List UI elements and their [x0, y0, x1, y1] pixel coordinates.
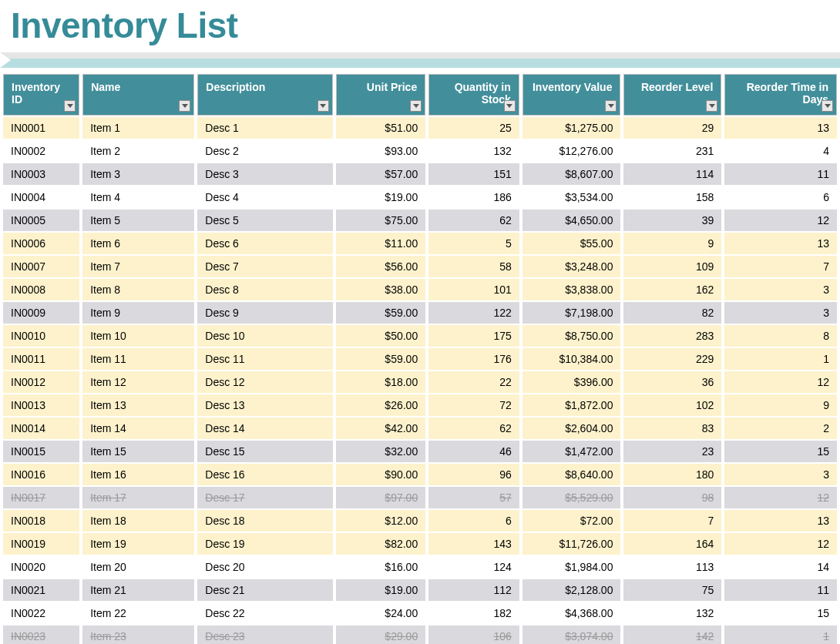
cell-name[interactable]: Item 3	[82, 163, 194, 185]
cell-inv_value[interactable]: $5,529.00	[522, 487, 621, 508]
cell-qty[interactable]: 122	[428, 302, 519, 324]
cell-unit_price[interactable]: $50.00	[336, 325, 426, 347]
cell-desc[interactable]: Desc 23	[197, 626, 332, 644]
cell-unit_price[interactable]: $59.00	[336, 348, 426, 370]
cell-inv_value[interactable]: $4,650.00	[522, 210, 621, 231]
filter-dropdown-icon[interactable]	[706, 100, 717, 112]
cell-reorder_days[interactable]: 8	[724, 325, 837, 347]
cell-id[interactable]: IN0022	[3, 602, 79, 624]
cell-inv_value[interactable]: $3,838.00	[522, 279, 621, 300]
cell-id[interactable]: IN0012	[3, 371, 79, 393]
cell-id[interactable]: IN0015	[3, 441, 79, 462]
cell-name[interactable]: Item 9	[82, 302, 194, 324]
cell-qty[interactable]: 62	[428, 210, 519, 231]
table-row[interactable]: IN0021Item 21Desc 21$19.00112$2,128.0075…	[3, 579, 837, 601]
cell-id[interactable]: IN0018	[3, 510, 79, 532]
cell-unit_price[interactable]: $26.00	[336, 394, 426, 416]
cell-reorder_level[interactable]: 158	[623, 186, 721, 208]
cell-qty[interactable]: 182	[428, 602, 519, 624]
cell-name[interactable]: Item 18	[82, 510, 194, 532]
cell-desc[interactable]: Desc 20	[197, 556, 332, 578]
cell-reorder_days[interactable]: 1	[724, 348, 837, 370]
cell-desc[interactable]: Desc 9	[197, 302, 332, 324]
cell-id[interactable]: IN0013	[3, 394, 79, 416]
table-row[interactable]: IN0023Item 23Desc 23$29.00106$3,074.0014…	[3, 626, 837, 644]
cell-id[interactable]: IN0007	[3, 256, 79, 277]
cell-inv_value[interactable]: $8,607.00	[522, 163, 621, 185]
filter-dropdown-icon[interactable]	[410, 100, 422, 112]
table-row[interactable]: IN0022Item 22Desc 22$24.00182$4,368.0013…	[3, 602, 837, 624]
cell-reorder_days[interactable]: 3	[724, 279, 837, 300]
cell-desc[interactable]: Desc 4	[197, 186, 332, 208]
cell-inv_value[interactable]: $1,984.00	[522, 556, 621, 578]
cell-name[interactable]: Item 4	[82, 186, 194, 208]
cell-inv_value[interactable]: $10,384.00	[522, 348, 621, 370]
table-row[interactable]: IN0002Item 2Desc 2$93.00132$12,276.00231…	[3, 140, 837, 162]
cell-inv_value[interactable]: $1,472.00	[522, 441, 621, 462]
cell-reorder_level[interactable]: 98	[623, 487, 721, 508]
cell-reorder_days[interactable]: 1	[724, 626, 837, 644]
cell-name[interactable]: Item 10	[82, 325, 194, 347]
cell-name[interactable]: Item 14	[82, 418, 194, 439]
cell-inv_value[interactable]: $72.00	[522, 510, 621, 532]
cell-id[interactable]: IN0005	[3, 210, 79, 231]
cell-reorder_level[interactable]: 83	[623, 418, 721, 439]
cell-reorder_level[interactable]: 29	[623, 117, 721, 139]
cell-id[interactable]: IN0002	[3, 140, 79, 162]
cell-inv_value[interactable]: $11,726.00	[522, 533, 621, 555]
cell-name[interactable]: Item 16	[82, 464, 194, 485]
cell-reorder_days[interactable]: 3	[724, 464, 837, 485]
cell-reorder_level[interactable]: 39	[623, 210, 721, 231]
cell-reorder_level[interactable]: 283	[623, 325, 721, 347]
column-header[interactable]: Inventory Value	[522, 74, 621, 116]
cell-qty[interactable]: 72	[428, 394, 519, 416]
cell-reorder_days[interactable]: 12	[724, 371, 837, 393]
cell-desc[interactable]: Desc 15	[197, 441, 332, 462]
cell-reorder_level[interactable]: 113	[623, 556, 721, 578]
column-header[interactable]: Unit Price	[336, 74, 426, 116]
cell-unit_price[interactable]: $56.00	[336, 256, 426, 277]
cell-unit_price[interactable]: $19.00	[336, 579, 426, 601]
cell-name[interactable]: Item 1	[82, 117, 194, 139]
cell-name[interactable]: Item 13	[82, 394, 194, 416]
cell-reorder_days[interactable]: 15	[724, 441, 837, 462]
cell-id[interactable]: IN0003	[3, 163, 79, 185]
cell-unit_price[interactable]: $18.00	[336, 371, 426, 393]
cell-qty[interactable]: 58	[428, 256, 519, 277]
cell-desc[interactable]: Desc 22	[197, 602, 332, 624]
cell-id[interactable]: IN0019	[3, 533, 79, 555]
cell-name[interactable]: Item 8	[82, 279, 194, 300]
table-row[interactable]: IN0007Item 7Desc 7$56.0058$3,248.001097	[3, 256, 837, 277]
cell-unit_price[interactable]: $12.00	[336, 510, 426, 532]
cell-id[interactable]: IN0011	[3, 348, 79, 370]
cell-reorder_level[interactable]: 231	[623, 140, 721, 162]
table-row[interactable]: IN0011Item 11Desc 11$59.00176$10,384.002…	[3, 348, 837, 370]
cell-qty[interactable]: 132	[428, 140, 519, 162]
cell-qty[interactable]: 186	[428, 186, 519, 208]
cell-desc[interactable]: Desc 5	[197, 210, 332, 231]
cell-reorder_level[interactable]: 36	[623, 371, 721, 393]
cell-unit_price[interactable]: $59.00	[336, 302, 426, 324]
cell-qty[interactable]: 46	[428, 441, 519, 462]
cell-name[interactable]: Item 21	[82, 579, 194, 601]
cell-name[interactable]: Item 11	[82, 348, 194, 370]
cell-qty[interactable]: 151	[428, 163, 519, 185]
cell-name[interactable]: Item 22	[82, 602, 194, 624]
table-row[interactable]: IN0005Item 5Desc 5$75.0062$4,650.003912	[3, 210, 837, 231]
cell-reorder_level[interactable]: 162	[623, 279, 721, 300]
cell-id[interactable]: IN0014	[3, 418, 79, 439]
cell-qty[interactable]: 112	[428, 579, 519, 601]
cell-reorder_level[interactable]: 114	[623, 163, 721, 185]
cell-inv_value[interactable]: $3,074.00	[522, 626, 621, 644]
cell-qty[interactable]: 175	[428, 325, 519, 347]
cell-reorder_days[interactable]: 11	[724, 163, 837, 185]
cell-reorder_days[interactable]: 11	[724, 579, 837, 601]
table-row[interactable]: IN0003Item 3Desc 3$57.00151$8,607.001141…	[3, 163, 837, 185]
cell-reorder_level[interactable]: 75	[623, 579, 721, 601]
table-row[interactable]: IN0001Item 1Desc 1$51.0025$1,275.002913	[3, 117, 837, 139]
cell-id[interactable]: IN0006	[3, 233, 79, 254]
cell-reorder_level[interactable]: 23	[623, 441, 721, 462]
cell-qty[interactable]: 6	[428, 510, 519, 532]
cell-unit_price[interactable]: $90.00	[336, 464, 426, 485]
cell-desc[interactable]: Desc 14	[197, 418, 332, 439]
